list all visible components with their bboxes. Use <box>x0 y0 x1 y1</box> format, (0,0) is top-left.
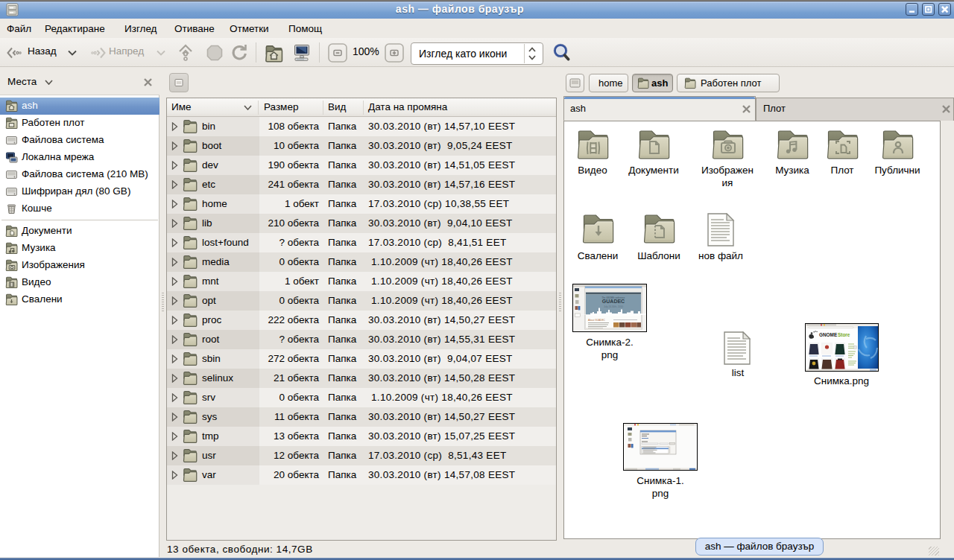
svg-text:About GUADEC: About GUADEC <box>588 319 606 322</box>
svg-text:July 24-30th, 2010: July 24-30th, 2010 <box>604 305 623 308</box>
svg-text:GNOME: GNOME <box>819 332 838 337</box>
svg-text:The GNOME conference: The GNOME conference <box>602 296 625 299</box>
svg-text:GUADEC: GUADEC <box>602 299 625 304</box>
svg-text:Store: Store <box>838 332 850 337</box>
